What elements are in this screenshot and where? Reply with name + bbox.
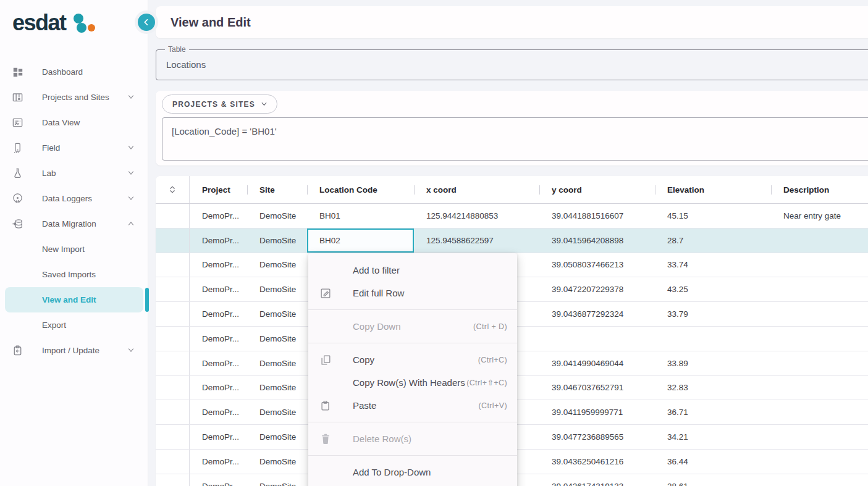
cell-description[interactable] — [771, 450, 868, 474]
sidebar-item-view-and-edit[interactable]: View and Edit — [5, 287, 143, 312]
cell-y_coord[interactable]: 39.0415964208898 — [539, 228, 655, 253]
cell-project[interactable]: DemoPr... — [190, 253, 247, 277]
row-handle[interactable] — [156, 400, 190, 424]
cell-project[interactable]: DemoPr... — [190, 474, 247, 486]
projects-sites-chip[interactable]: PROJECTS & SITES — [162, 94, 277, 114]
cell-elevation[interactable]: 34.21 — [655, 425, 771, 449]
cell-elevation[interactable]: 33.74 — [655, 253, 771, 277]
cell-description[interactable] — [771, 376, 868, 400]
cell-project[interactable]: DemoPr... — [190, 351, 247, 375]
row-handle[interactable] — [156, 351, 190, 375]
column-header-project[interactable]: Project — [190, 176, 247, 203]
grid-sort-header[interactable] — [156, 176, 190, 203]
sidebar-item-saved-imports[interactable]: Saved Imports — [0, 262, 148, 287]
sidebar-item-lab[interactable]: Lab — [0, 161, 148, 186]
column-header-y_coord[interactable]: y coord — [539, 176, 655, 203]
cell-y_coord[interactable]: 39.0467037652791 — [539, 376, 655, 400]
sidebar-item-field[interactable]: Field — [0, 135, 148, 161]
cell-elevation[interactable]: 33.79 — [655, 302, 771, 326]
cell-description[interactable] — [771, 302, 868, 326]
cell-description[interactable] — [771, 400, 868, 424]
cell-y_coord[interactable]: 39.0441881516607 — [539, 204, 655, 228]
cell-project[interactable]: DemoPr... — [190, 228, 247, 253]
row-handle[interactable] — [156, 425, 190, 449]
column-header-elevation[interactable]: Elevation — [655, 176, 771, 203]
sidebar-item-data-migration[interactable]: Data Migration — [0, 211, 148, 237]
menu-item-copy-row-s-with-headers[interactable]: Copy Row(s) With Headers(Ctrl+⇧+C) — [308, 371, 517, 394]
cell-description[interactable]: Near entry gate — [771, 204, 868, 228]
cell-project[interactable]: DemoPr... — [190, 204, 247, 228]
row-handle[interactable] — [156, 327, 190, 351]
cell-site[interactable]: DemoSite — [247, 474, 307, 486]
cell-y_coord[interactable]: 39.0508037466213 — [539, 253, 655, 277]
cell-site[interactable]: DemoSite — [247, 425, 307, 449]
cell-y_coord[interactable]: 39.0477236889565 — [539, 425, 655, 449]
cell-site[interactable]: DemoSite — [247, 327, 307, 351]
cell-project[interactable]: DemoPr... — [190, 450, 247, 474]
cell-elevation[interactable]: 43.25 — [655, 277, 771, 301]
cell-project[interactable]: DemoPr... — [190, 302, 247, 326]
cell-elevation[interactable]: 32.83 — [655, 376, 771, 400]
cell-elevation[interactable]: 36.71 — [655, 400, 771, 424]
cell-y_coord[interactable]: 39.0414990469044 — [539, 351, 655, 375]
cell-y_coord[interactable]: 39.0411959999771 — [539, 400, 655, 424]
sidebar-item-import-update[interactable]: Import / Update — [0, 338, 148, 363]
row-handle[interactable] — [156, 302, 190, 326]
column-header-location_code[interactable]: Location Code — [307, 176, 414, 203]
cell-elevation[interactable]: 45.15 — [655, 204, 771, 228]
sidebar-item-new-import[interactable]: New Import — [0, 237, 148, 262]
cell-elevation[interactable]: 28.7 — [655, 228, 771, 253]
cell-project[interactable]: DemoPr... — [190, 425, 247, 449]
sidebar-collapse-button[interactable] — [138, 14, 155, 31]
row-handle[interactable] — [156, 474, 190, 486]
cell-elevation[interactable]: 28.61 — [655, 474, 771, 486]
cell-project[interactable]: DemoPr... — [190, 400, 247, 424]
row-handle[interactable] — [156, 376, 190, 400]
row-handle[interactable] — [156, 277, 190, 301]
cell-description[interactable] — [771, 277, 868, 301]
cell-site[interactable]: DemoSite — [247, 351, 307, 375]
cell-y_coord[interactable]: 39.0436877292324 — [539, 302, 655, 326]
cell-project[interactable]: DemoPr... — [190, 327, 247, 351]
cell-x_coord[interactable]: 125.94588622597 — [414, 228, 539, 253]
cell-site[interactable]: DemoSite — [247, 450, 307, 474]
cell-location_code[interactable]: BH01 — [307, 204, 414, 228]
cell-project[interactable]: DemoPr... — [190, 376, 247, 400]
cell-description[interactable] — [771, 474, 868, 486]
column-header-x_coord[interactable]: x coord — [414, 176, 539, 203]
cell-x_coord[interactable]: 125.944214880853 — [414, 204, 539, 228]
row-handle[interactable] — [156, 228, 190, 253]
cell-description[interactable] — [771, 253, 868, 277]
row-handle[interactable] — [156, 204, 190, 228]
cell-location_code[interactable]: BH02 — [307, 228, 414, 253]
column-header-site[interactable]: Site — [247, 176, 307, 203]
cell-y_coord[interactable]: 39.0436250461216 — [539, 450, 655, 474]
cell-site[interactable]: DemoSite — [247, 400, 307, 424]
sidebar-item-projects-and-sites[interactable]: Projects and Sites — [0, 85, 148, 110]
table-select-field[interactable]: Table Locations — [156, 49, 868, 80]
menu-item-paste[interactable]: Paste(Ctrl+V) — [308, 394, 517, 417]
filter-expression-input[interactable]: [Location_Code] = 'BH01' — [162, 117, 868, 161]
cell-description[interactable] — [771, 425, 868, 449]
menu-item-copy[interactable]: Copy(Ctrl+C) — [308, 348, 517, 371]
cell-site[interactable]: DemoSite — [247, 253, 307, 277]
menu-item-add-to-drop-down[interactable]: Add To Drop-Down — [308, 461, 517, 484]
menu-item-add-to-filter[interactable]: Add to filter — [308, 259, 517, 282]
row-handle[interactable] — [156, 253, 190, 277]
cell-description[interactable] — [771, 228, 868, 253]
cell-elevation[interactable]: 33.89 — [655, 351, 771, 375]
sidebar-item-dashboard[interactable]: Dashboard — [0, 59, 148, 85]
cell-site[interactable]: DemoSite — [247, 302, 307, 326]
cell-y_coord[interactable]: 39.0426174319133 — [539, 474, 655, 486]
cell-site[interactable]: DemoSite — [247, 228, 307, 253]
cell-description[interactable] — [771, 327, 868, 351]
sidebar-item-data-loggers[interactable]: Data Loggers — [0, 186, 148, 211]
column-header-description[interactable]: Description — [771, 176, 868, 203]
cell-y_coord[interactable]: 39.0472207229378 — [539, 277, 655, 301]
cell-elevation[interactable] — [655, 327, 771, 351]
cell-project[interactable]: DemoPr... — [190, 277, 247, 301]
sidebar-item-data-view[interactable]: Data View — [0, 110, 148, 135]
sidebar-item-export[interactable]: Export — [0, 312, 148, 338]
row-handle[interactable] — [156, 450, 190, 474]
menu-item-edit-full-row[interactable]: Edit full Row — [308, 282, 517, 304]
